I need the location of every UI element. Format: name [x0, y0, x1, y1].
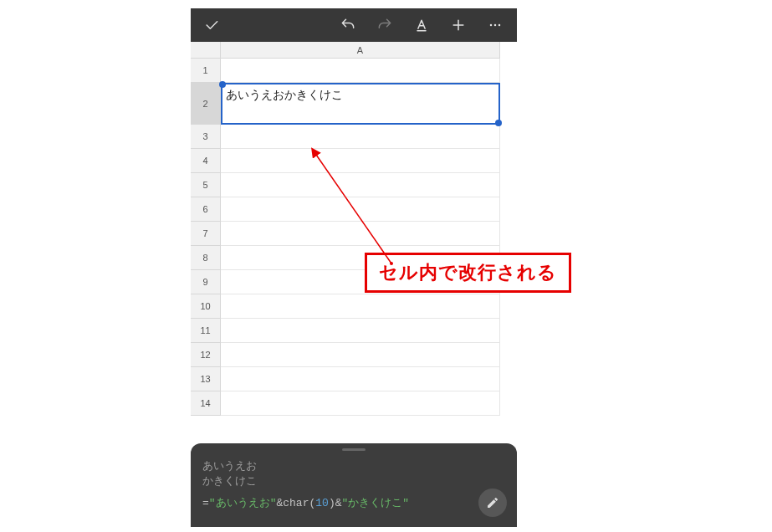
row-header[interactable]: 10 — [191, 294, 221, 319]
row-header[interactable]: 13 — [191, 367, 221, 391]
row-header[interactable]: 4 — [191, 149, 221, 173]
more-button[interactable] — [487, 17, 504, 33]
cell[interactable] — [221, 319, 500, 343]
table-row: 12 — [191, 343, 517, 367]
formula-bar-panel: あいうえおかきくけこ ="あいうえお"&char(10)&"かきくけこ" — [191, 443, 517, 527]
annotation-callout: セル内で改行される — [365, 253, 571, 293]
formula-token-eq: = — [202, 497, 209, 509]
row-header[interactable]: 8 — [191, 246, 221, 270]
table-row: 11 — [191, 319, 517, 343]
cell[interactable] — [221, 391, 500, 416]
cell-text-line1: あいうえお — [226, 86, 284, 104]
cell[interactable] — [221, 149, 500, 173]
row-header[interactable]: 14 — [191, 391, 221, 416]
formula-text[interactable]: ="あいうえお"&char(10)&"かきくけこ" — [202, 495, 505, 510]
table-row: 3 — [191, 125, 517, 149]
formula-token-amp: & — [276, 497, 283, 509]
cell[interactable] — [221, 197, 500, 222]
cell-a1[interactable] — [221, 59, 500, 83]
toolbar-actions — [233, 17, 517, 33]
spreadsheet-area[interactable]: A 1 2 あいうえおかきくけこ 3 4 5 6 7 8 9 10 11 12 … — [191, 42, 517, 443]
table-row: 14 — [191, 391, 517, 416]
column-header-row: A — [191, 42, 517, 59]
svg-point-0 — [490, 24, 493, 27]
formula-token-fn: char — [283, 497, 309, 509]
formula-token-quote: " — [342, 497, 349, 509]
formula-token-paren-open: ( — [309, 497, 315, 509]
preview-line1: あいうえお — [202, 459, 257, 472]
table-row: 6 — [191, 197, 517, 222]
formula-token-num: 10 — [315, 497, 329, 509]
undo-button[interactable] — [340, 17, 356, 33]
table-row: 10 — [191, 294, 517, 319]
formula-token-quote: " — [270, 497, 277, 509]
row-header[interactable]: 5 — [191, 173, 221, 197]
top-toolbar — [191, 8, 517, 42]
formula-token-quote: " — [209, 497, 216, 509]
svg-point-1 — [494, 24, 497, 27]
row-header[interactable]: 12 — [191, 343, 221, 367]
more-horizontal-icon — [487, 17, 504, 33]
cell[interactable] — [221, 343, 500, 367]
preview-line2: かきくけこ — [202, 474, 257, 487]
table-row: 1 — [191, 59, 517, 83]
pencil-icon — [486, 496, 499, 509]
table-row: 4 — [191, 149, 517, 173]
grid-rows: 1 2 あいうえおかきくけこ 3 4 5 6 7 8 9 10 11 12 13… — [191, 59, 517, 416]
text-format-button[interactable] — [413, 17, 430, 33]
row-header[interactable]: 2 — [191, 83, 221, 125]
row-header[interactable]: 6 — [191, 197, 221, 222]
row-header[interactable]: 1 — [191, 59, 221, 83]
redo-button[interactable] — [376, 17, 393, 33]
table-row: 5 — [191, 173, 517, 197]
formula-token-quote: " — [402, 497, 409, 509]
drag-handle[interactable] — [342, 448, 366, 451]
formula-token-str1: あいうえお — [216, 495, 270, 510]
cell-value-preview: あいうえおかきくけこ — [202, 458, 505, 489]
row-header[interactable]: 11 — [191, 319, 221, 343]
table-row: 13 — [191, 367, 517, 391]
plus-icon — [450, 17, 467, 33]
column-header-a[interactable]: A — [221, 42, 500, 59]
cell-a2[interactable]: あいうえおかきくけこ — [221, 83, 500, 125]
formula-token-str2: かきくけこ — [348, 495, 402, 510]
row-header[interactable]: 9 — [191, 270, 221, 294]
table-row: 7 — [191, 222, 517, 246]
cell[interactable] — [221, 367, 500, 391]
add-button[interactable] — [450, 17, 467, 33]
cell[interactable] — [221, 222, 500, 246]
cell[interactable] — [221, 173, 500, 197]
cell[interactable] — [221, 125, 500, 149]
formula-token-paren-close: ) — [329, 497, 335, 509]
cell-text-line2: かきくけこ — [284, 86, 343, 104]
redo-icon — [376, 17, 393, 33]
svg-point-2 — [498, 24, 501, 27]
check-icon — [203, 17, 220, 33]
row-header[interactable]: 3 — [191, 125, 221, 149]
cell[interactable] — [221, 294, 500, 319]
corner-cell[interactable] — [191, 42, 221, 59]
text-format-icon — [413, 17, 430, 33]
confirm-button[interactable] — [191, 17, 233, 33]
formula-token-amp: & — [335, 497, 342, 509]
table-row: 2 あいうえおかきくけこ — [191, 83, 517, 125]
edit-formula-button[interactable] — [478, 489, 507, 517]
undo-icon — [340, 17, 356, 33]
row-header[interactable]: 7 — [191, 222, 221, 246]
